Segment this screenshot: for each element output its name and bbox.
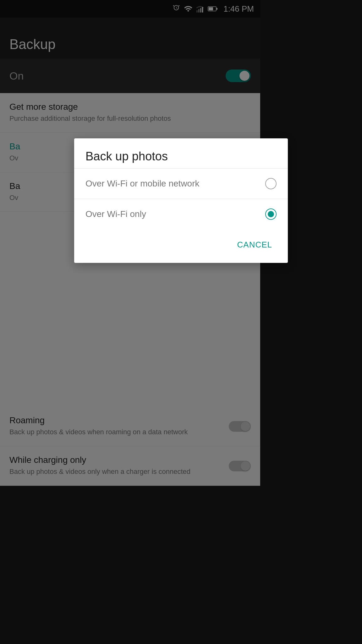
dialog-option-wifi-or-mobile-label: Over Wi-Fi or mobile network bbox=[85, 179, 200, 189]
dialog-option-wifi-or-mobile[interactable]: Over Wi-Fi or mobile network bbox=[74, 168, 260, 199]
dialog-overlay: Back up photos Over Wi-Fi or mobile netw… bbox=[0, 0, 260, 486]
cancel-button[interactable]: CANCEL bbox=[231, 236, 260, 254]
dialog-option-wifi-only-label: Over Wi-Fi only bbox=[85, 209, 146, 219]
back-up-photos-dialog: Back up photos Over Wi-Fi or mobile netw… bbox=[74, 138, 260, 263]
dialog-option-wifi-only[interactable]: Over Wi-Fi only bbox=[74, 199, 260, 229]
dialog-title: Back up photos bbox=[74, 138, 260, 168]
dialog-actions: CANCEL bbox=[74, 229, 260, 263]
